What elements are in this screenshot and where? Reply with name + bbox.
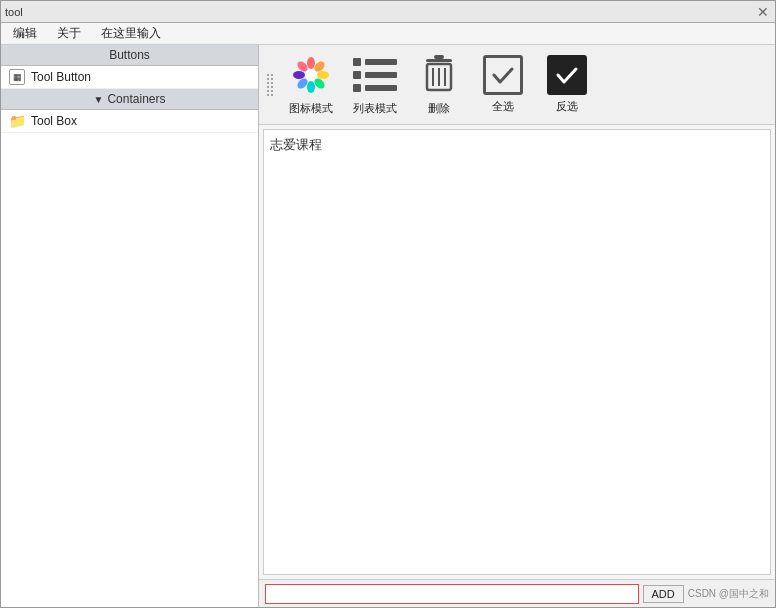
menu-about[interactable]: 关于 — [53, 24, 85, 43]
invert-icon — [547, 55, 587, 95]
section-header-containers: ▼Containers — [1, 89, 258, 110]
select-all-button[interactable]: 全选 — [473, 51, 533, 118]
select-all-icon — [483, 55, 523, 95]
trash-icon — [419, 53, 459, 97]
folder-icon: 📁 — [9, 113, 25, 129]
csdn-watermark: CSDN @国中之和 — [688, 587, 769, 601]
content-text: 志爱课程 — [270, 137, 322, 152]
close-button[interactable]: ✕ — [755, 4, 771, 20]
icon-mode-button[interactable]: 图标模式 — [281, 49, 341, 120]
section-header-buttons: Buttons — [1, 45, 258, 66]
select-all-label: 全选 — [492, 99, 514, 114]
svg-point-1 — [307, 57, 315, 69]
menu-input[interactable]: 在这里输入 — [97, 24, 165, 43]
menu-edit[interactable]: 编辑 — [9, 24, 41, 43]
svg-point-7 — [293, 71, 305, 79]
title-bar: tool ✕ — [1, 1, 775, 23]
content-area: 志爱课程 — [263, 129, 771, 575]
icon-mode-label: 图标模式 — [289, 101, 333, 116]
main-area: Buttons ▦ Tool Button ▼Containers 📁 Tool… — [1, 45, 775, 607]
tool-button-label: Tool Button — [31, 70, 91, 84]
left-panel: Buttons ▦ Tool Button ▼Containers 📁 Tool… — [1, 45, 259, 607]
svg-point-3 — [317, 71, 329, 79]
svg-rect-11 — [434, 55, 444, 59]
invert-button[interactable]: 反选 — [537, 51, 597, 118]
bottom-input[interactable] — [265, 584, 639, 604]
list-mode-button[interactable]: 列表模式 — [345, 49, 405, 120]
add-button[interactable]: ADD — [643, 585, 684, 603]
svg-point-5 — [307, 81, 315, 93]
title-bar-text: tool — [5, 6, 23, 18]
tool-item-toolbox[interactable]: 📁 Tool Box — [1, 110, 258, 133]
invert-label: 反选 — [556, 99, 578, 114]
delete-button[interactable]: 删除 — [409, 49, 469, 120]
tool-box-label: Tool Box — [31, 114, 77, 128]
svg-point-9 — [305, 69, 317, 81]
photos-icon — [289, 53, 333, 97]
toolbar: 图标模式 — [259, 45, 775, 125]
menu-bar: 编辑 关于 在这里输入 — [1, 23, 775, 45]
tool-item-button[interactable]: ▦ Tool Button — [1, 66, 258, 89]
svg-rect-10 — [426, 59, 452, 62]
list-mode-label: 列表模式 — [353, 101, 397, 116]
bottom-bar: ADD CSDN @国中之和 — [259, 579, 775, 607]
list-icon — [353, 53, 397, 97]
app-window: tool ✕ 编辑 关于 在这里输入 Buttons ▦ Tool Button… — [0, 0, 776, 608]
delete-label: 删除 — [428, 101, 450, 116]
right-panel: 图标模式 — [259, 45, 775, 607]
tool-button-icon: ▦ — [9, 69, 25, 85]
toolbar-drag-handle[interactable] — [267, 74, 273, 96]
section-arrow-containers: ▼ — [94, 94, 104, 105]
